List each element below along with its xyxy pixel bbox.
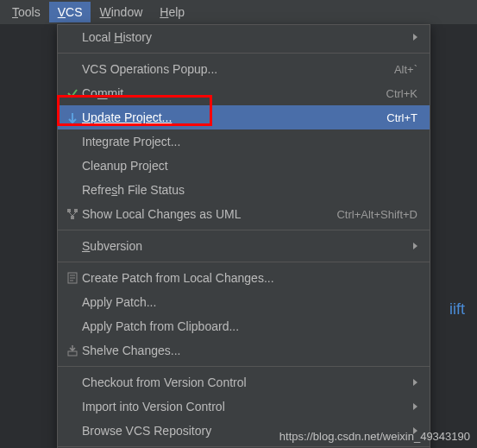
submenu-arrow-icon [413,34,417,41]
menu-tools[interactable]: Tools [3,2,49,22]
svg-rect-1 [74,209,78,212]
menu-help[interactable]: Help [151,2,193,22]
watermark: https://blog.csdn.net/weixin_49343190 [279,430,470,443]
separator [58,230,430,230]
menu-item-apply-patch-clipboard[interactable]: Apply Patch from Clipboard... [58,314,430,338]
menu-item-integrate-project[interactable]: Integrate Project... [58,129,430,154]
vcs-dropdown: Local History VCS Operations Popup... Al… [57,24,430,448]
submenu-arrow-icon [413,379,417,386]
shelve-icon [63,344,82,357]
menu-item-show-local-changes[interactable]: Show Local Changes as UML Ctrl+Alt+Shift… [58,202,430,226]
menu-item-update-project[interactable]: Update Project... Ctrl+T [58,105,430,129]
menu-item-apply-patch[interactable]: Apply Patch... [58,290,430,314]
menu-item-checkout-vc[interactable]: Checkout from Version Control [58,370,430,394]
svg-rect-4 [68,351,77,356]
menu-item-cleanup-project[interactable]: Cleanup Project [58,154,430,178]
checkmark-icon [63,87,82,99]
background-text: iift [449,300,465,319]
menu-item-create-patch[interactable]: Create Patch from Local Changes... [58,266,430,290]
menu-item-vcs-ops-popup[interactable]: VCS Operations Popup... Alt+` [58,57,430,81]
submenu-arrow-icon [413,403,417,410]
menu-item-shelve-changes[interactable]: Shelve Changes... [58,338,430,363]
menubar: Tools VCS Window Help [0,0,477,24]
menu-item-commit[interactable]: Commit... Ctrl+K [58,81,430,105]
menu-window[interactable]: Window [91,2,151,22]
separator [58,53,430,54]
separator [58,262,430,262]
svg-rect-0 [67,209,71,212]
svg-rect-2 [71,216,74,219]
menu-item-local-history[interactable]: Local History [58,25,430,49]
menu-item-refresh-file-status[interactable]: Refresh File Status [58,178,430,202]
menu-item-subversion[interactable]: Subversion [58,234,430,258]
patch-icon [63,272,82,284]
submenu-arrow-icon [413,243,417,249]
menu-vcs[interactable]: VCS [49,2,91,22]
separator [58,366,430,367]
update-icon [63,111,82,123]
menu-item-import-vc[interactable]: Import into Version Control [58,394,430,419]
separator [58,446,430,447]
uml-icon [63,208,82,220]
